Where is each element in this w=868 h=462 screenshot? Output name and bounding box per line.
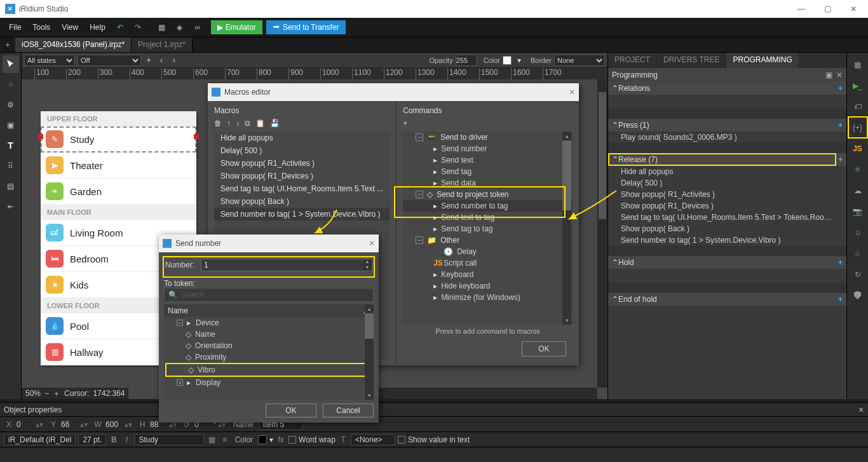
macro-item[interactable]: Send tag to tag( UI.Home_Rooms.Item 5.Te…	[214, 182, 390, 195]
token-search[interactable]: 🔍 Search	[164, 288, 374, 302]
tree-leaf[interactable]: ▸Send tag to tag	[403, 223, 573, 234]
copy-icon[interactable]: ⧉	[245, 119, 250, 128]
text-value[interactable]: Study	[134, 434, 204, 445]
movedown-icon[interactable]: ↓	[236, 119, 240, 128]
y-value[interactable]: 66	[60, 420, 79, 429]
token-device[interactable]: −▸Device	[164, 317, 374, 329]
image-tool-icon[interactable]: ▣	[3, 116, 19, 134]
tree-leaf[interactable]: 🕓 Delay	[403, 246, 573, 257]
wordwrap-check[interactable]	[288, 436, 296, 444]
menu-view[interactable]: View	[57, 20, 83, 34]
canvas-scrollbar-v[interactable]	[597, 79, 607, 388]
section-hold[interactable]: ⌃Hold+	[608, 256, 846, 269]
italic-icon[interactable]: I	[121, 435, 132, 445]
token-prop[interactable]: ◇ Orientation	[164, 340, 374, 351]
tree-leaf[interactable]: JS Script call	[403, 257, 573, 269]
section-endhold[interactable]: ⌃End of hold+	[608, 293, 846, 306]
menu-file[interactable]: File	[4, 20, 26, 34]
tag-icon[interactable]: 🏷	[848, 96, 867, 117]
marquee-tool-icon[interactable]: ⁘	[3, 76, 19, 93]
tree-leaf[interactable]: ▸Send text	[403, 154, 573, 166]
star-icon[interactable]: ☆	[848, 243, 867, 264]
tree-leaf[interactable]: ▸Send text to tag	[403, 212, 573, 223]
font-size[interactable]: 27 pt.	[78, 434, 106, 445]
moveup-icon[interactable]: ↑	[227, 119, 231, 128]
room-garden[interactable]: ❧Garden	[41, 179, 196, 205]
exit-icon[interactable]: ⇤	[3, 198, 19, 215]
macro-item[interactable]: Send number to tag( 1 > System.Device.Vi…	[214, 208, 390, 221]
tree-send-token[interactable]: − ◇ Send to project token	[403, 189, 573, 200]
tree-leaf[interactable]: ▸Send tag	[403, 166, 573, 177]
border-select[interactable]: None	[554, 55, 605, 66]
token-list[interactable]: Name▲ −▸Device ◇ Name ◇ Orientation ◇ Pr…	[164, 304, 374, 400]
showvalue-check[interactable]	[398, 436, 405, 444]
section-relations[interactable]: ⌃Relations+	[608, 82, 846, 95]
state-select[interactable]: All states	[24, 55, 75, 66]
release-item[interactable]: Send number to tag( 1 > System.Device.Vi…	[608, 234, 846, 246]
close-properties-icon[interactable]: ✕	[858, 405, 864, 414]
state-add-icon[interactable]: +	[144, 56, 154, 65]
token-scrollbar[interactable]: ▴ ▾	[365, 304, 374, 400]
release-item[interactable]: Show popup( R1_Devices )	[608, 200, 846, 212]
music-icon[interactable]: ♫	[848, 222, 867, 243]
add-endhold-icon[interactable]: +	[838, 295, 843, 304]
link-icon[interactable]: ∞	[189, 19, 206, 36]
add-release-icon[interactable]: +	[838, 155, 843, 164]
w-value[interactable]: 600	[104, 420, 123, 429]
doc-tab-1[interactable]: Project 1.irpz*	[132, 37, 193, 52]
align-select[interactable]: <None>	[351, 434, 395, 445]
text-color-swatch[interactable]	[258, 435, 267, 444]
tree-send-number-tag[interactable]: ▸Send number to tag	[403, 200, 573, 212]
emulator-button[interactable]: ▶ Emulator	[211, 20, 262, 34]
save-icon[interactable]: 💾	[270, 119, 280, 128]
doc-tab-0[interactable]: iOS8_2048x1536 (Panel).irpz*	[15, 37, 132, 52]
maximize-button[interactable]: ▢	[820, 3, 835, 15]
cmd-scrollbar[interactable]: ▴ ▾	[562, 132, 571, 325]
popout-icon[interactable]: ▣	[825, 71, 832, 79]
macros-titlebar[interactable]: Macros editor ✕	[208, 83, 579, 101]
opacity-input[interactable]	[456, 55, 477, 66]
text-tool-icon[interactable]: T	[3, 137, 19, 154]
cloud-icon[interactable]: ☁	[848, 180, 867, 201]
undo-icon[interactable]: ↶	[112, 19, 128, 36]
grid-icon[interactable]: ▦	[154, 19, 170, 36]
token-display[interactable]: +▸Display	[164, 377, 374, 388]
anchor-icon[interactable]: ▦	[207, 435, 217, 445]
close-button[interactable]: ✕	[846, 3, 860, 15]
tree-leaf[interactable]: ▸Hide keyboard	[403, 280, 573, 292]
font-select[interactable]: iR_Default (iR_Del	[4, 434, 76, 445]
spin-down-icon[interactable]: ▾	[363, 265, 372, 271]
macro-item[interactable]: Delay( 500 )	[214, 144, 390, 157]
macros-ok-button[interactable]: OK	[522, 341, 566, 357]
press-item[interactable]: Play sound( Sounds2_0006.MP3 )	[608, 132, 846, 143]
commands-tree[interactable]: − 📟 Send to driver ▸Send number ▸Send te…	[403, 132, 573, 325]
paste-icon[interactable]: 📋	[255, 119, 265, 128]
tab-drivers[interactable]: DRIVERS TREE	[656, 53, 726, 68]
textfx-icon[interactable]: T	[338, 435, 348, 445]
select-tool-icon[interactable]	[3, 55, 19, 73]
state-value[interactable]: Off	[78, 55, 141, 66]
bold-icon[interactable]: B	[109, 435, 119, 445]
token-vibro[interactable]: ◇ Vibro	[165, 363, 372, 377]
js-icon[interactable]: JS	[848, 138, 867, 159]
token-prop[interactable]: ◇ Proximity	[164, 351, 374, 363]
macro-item[interactable]: Show popup( R1_Devices )	[214, 170, 390, 182]
new-tab-button[interactable]: +	[0, 37, 15, 52]
sendnum-titlebar[interactable]: Send number ✕	[159, 234, 379, 252]
room-theater[interactable]: ▶Theater	[41, 153, 196, 179]
add-relation-icon[interactable]: +	[838, 84, 843, 93]
snap-icon[interactable]: ◈	[172, 19, 188, 36]
room-study[interactable]: ✎Study	[41, 126, 196, 153]
delete-icon[interactable]: 🗑	[214, 119, 222, 128]
color-swatch[interactable]	[503, 56, 512, 65]
tree-leaf[interactable]: ▸Send data	[403, 177, 573, 189]
sendnum-ok-button[interactable]: OK	[266, 404, 316, 418]
redo-icon[interactable]: ↷	[130, 19, 146, 36]
shield-icon[interactable]	[848, 285, 867, 306]
camera-icon[interactable]: 📷	[848, 201, 867, 222]
state-next-icon[interactable]: ›	[169, 56, 179, 65]
add-hold-icon[interactable]: +	[838, 258, 843, 267]
console-icon[interactable]: ▶_	[848, 75, 867, 96]
add-cmd-icon[interactable]: +	[403, 119, 407, 128]
history-icon[interactable]: ↻	[848, 264, 867, 285]
